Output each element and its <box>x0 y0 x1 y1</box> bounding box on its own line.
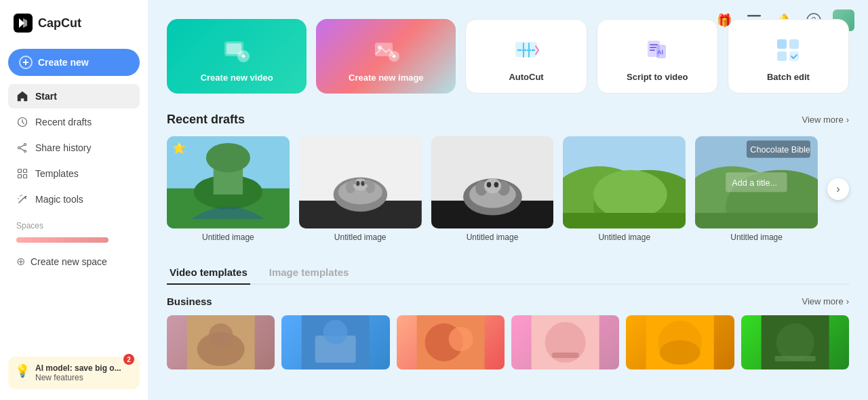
svg-point-81 <box>448 327 473 351</box>
svg-point-49 <box>364 180 372 184</box>
svg-point-11 <box>21 195 22 196</box>
svg-rect-26 <box>650 47 656 48</box>
svg-rect-90 <box>774 356 815 361</box>
star-badge-1: ⭐ <box>172 142 186 155</box>
svg-point-4 <box>24 151 26 153</box>
svg-rect-7 <box>18 175 22 178</box>
svg-point-87 <box>660 340 701 365</box>
create-video-label: Create new video <box>201 73 273 83</box>
business-template-4[interactable] <box>511 315 619 369</box>
tab-video-templates[interactable]: Video templates <box>167 261 250 285</box>
bulb-icon: 💡 <box>15 363 30 378</box>
draft-label-4: Untitled image <box>563 233 686 242</box>
business-template-1[interactable] <box>167 315 275 369</box>
script-to-video-label: Script to video <box>627 72 688 82</box>
draft-item-3[interactable]: Untitled image <box>431 136 554 242</box>
nav-start[interactable]: Start <box>8 84 140 108</box>
draft-thumb-2 <box>299 136 422 228</box>
chevron-right-icon-business: › <box>846 296 849 306</box>
script-to-video-card[interactable]: AI Script to video <box>597 19 718 94</box>
svg-point-46 <box>356 181 359 186</box>
drafts-row: ⭐ Untitled image <box>167 136 849 242</box>
capcut-logo-icon <box>14 14 33 33</box>
svg-rect-5 <box>18 169 22 173</box>
draft-item-5[interactable]: Chocolate Bible Add a title... Untitled … <box>695 136 818 242</box>
svg-rect-31 <box>789 39 799 49</box>
nav-templates[interactable]: Templates <box>8 161 140 186</box>
svg-rect-27 <box>650 49 655 51</box>
draft-item-4[interactable]: Untitled image <box>563 136 686 242</box>
svg-point-56 <box>484 178 500 193</box>
svg-rect-25 <box>650 44 658 45</box>
draft-label-5: Untitled image <box>695 233 818 242</box>
svg-rect-30 <box>777 39 787 49</box>
batch-edit-card[interactable]: Batch edit <box>728 19 849 94</box>
svg-rect-12 <box>747 15 761 17</box>
svg-rect-63 <box>563 213 686 228</box>
svg-point-58 <box>494 182 498 187</box>
plus-icon: + <box>19 56 33 69</box>
svg-rect-84 <box>552 353 579 358</box>
svg-point-75 <box>209 323 233 348</box>
autocut-icon <box>511 35 541 65</box>
autocut-card[interactable]: AutoCut <box>465 19 587 94</box>
recent-drafts-title: Recent drafts <box>167 113 245 127</box>
ai-notice-badge: 2 <box>123 354 134 365</box>
business-template-2[interactable] <box>281 315 389 369</box>
svg-point-62 <box>594 170 667 219</box>
svg-point-47 <box>361 181 364 186</box>
svg-rect-32 <box>777 52 787 61</box>
tab-image-templates[interactable]: Image templates <box>267 261 352 285</box>
svg-point-2 <box>24 144 26 146</box>
svg-point-78 <box>323 320 348 344</box>
recent-drafts-header: Recent drafts View more › <box>167 113 849 127</box>
svg-rect-6 <box>24 169 27 173</box>
business-template-3[interactable] <box>397 315 505 369</box>
svg-text:AI: AI <box>657 49 663 56</box>
draft-label-2: Untitled image <box>299 233 422 242</box>
home-icon <box>16 90 28 102</box>
create-image-icon <box>371 36 401 66</box>
svg-point-38 <box>206 143 250 172</box>
business-title: Business <box>167 296 212 307</box>
svg-text:Add a title...: Add a title... <box>732 178 777 188</box>
nav-recent-drafts[interactable]: Recent drafts <box>8 110 140 134</box>
create-video-icon <box>222 36 252 66</box>
action-cards-row: Create new video Create new image <box>167 19 849 94</box>
svg-point-10 <box>18 198 19 199</box>
svg-point-3 <box>18 147 20 149</box>
drafts-next-button[interactable]: › <box>827 178 849 200</box>
sidebar: CapCut + Create new Start Recent drafts <box>0 0 148 400</box>
nav-magic-tools[interactable]: Magic tools <box>8 187 140 212</box>
app-name: CapCut <box>38 16 81 31</box>
batch-edit-icon <box>773 35 803 65</box>
business-templates-row <box>167 315 849 369</box>
business-view-more[interactable]: View more › <box>802 296 849 306</box>
nav-share-history[interactable]: Share history <box>8 136 140 160</box>
svg-point-48 <box>349 180 357 184</box>
recent-drafts-view-more[interactable]: View more › <box>802 115 849 125</box>
draft-thumb-5: Chocolate Bible Add a title... <box>695 136 818 228</box>
create-image-card[interactable]: Create new image <box>316 19 456 94</box>
spaces-label: Spaces <box>8 213 140 235</box>
create-new-button[interactable]: + Create new <box>8 49 140 76</box>
wand-icon <box>16 193 28 205</box>
main-content: 🎁 🔔 ? <box>148 0 868 400</box>
create-video-card[interactable]: Create new video <box>167 19 307 94</box>
business-template-6[interactable] <box>741 315 849 369</box>
create-image-label: Create new image <box>349 73 424 83</box>
chevron-right-icon: › <box>846 115 849 125</box>
draft-label-3: Untitled image <box>431 233 554 242</box>
autocut-label: AutoCut <box>509 72 543 82</box>
draft-label-1: Untitled image <box>167 233 290 242</box>
draft-item-1[interactable]: ⭐ Untitled image <box>167 136 290 242</box>
ai-notice[interactable]: 💡 AI model: save big o... New features 2 <box>8 357 140 389</box>
logo: CapCut <box>8 11 140 35</box>
share-icon <box>16 142 28 154</box>
svg-point-57 <box>486 182 491 187</box>
draft-item-2[interactable]: Untitled image <box>299 136 422 242</box>
create-new-space-button[interactable]: ⊕ Create new space <box>8 249 140 273</box>
draft-thumb-4 <box>563 136 686 228</box>
business-template-5[interactable] <box>626 315 734 369</box>
svg-point-9 <box>20 195 21 197</box>
